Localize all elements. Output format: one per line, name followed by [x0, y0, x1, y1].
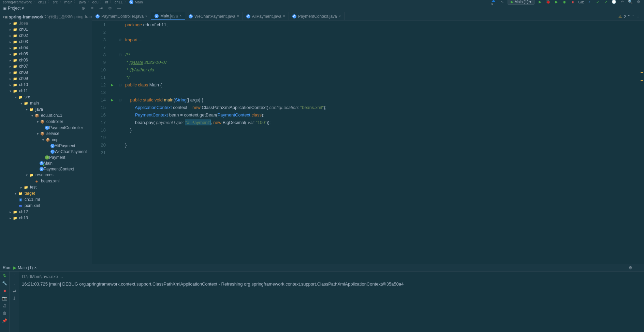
- chevron-up-icon[interactable]: ˄: [628, 14, 630, 19]
- settings-icon[interactable]: ⚙: [636, 0, 641, 5]
- tree-resources[interactable]: ▾📁resources: [0, 172, 92, 178]
- bc-seg[interactable]: nf: [105, 0, 108, 4]
- tree-main[interactable]: ▾📁main: [0, 100, 92, 106]
- bc-seg[interactable]: main: [64, 0, 73, 4]
- tree-pom-xml[interactable]: pom.xml: [0, 203, 92, 209]
- tree-ch02[interactable]: ▸📁ch02: [0, 32, 92, 39]
- tree-root[interactable]: ▾▣spring-framework D:\作业汇总\S5\spring-fra…: [0, 14, 92, 20]
- git-rollback-icon[interactable]: ↶: [619, 0, 625, 5]
- tree-ch11-iml[interactable]: ▣ch11.iml: [0, 196, 92, 203]
- chevron-down-icon[interactable]: ˅: [632, 14, 634, 19]
- git-update-icon[interactable]: ✓: [587, 0, 592, 5]
- camera-icon[interactable]: 📷: [2, 295, 8, 301]
- down-icon[interactable]: ↓: [12, 280, 17, 286]
- bc-seg[interactable]: ch11: [115, 0, 123, 4]
- bc-seg[interactable]: edu: [92, 0, 99, 4]
- code-text[interactable]: package edu.nf.ch11; import ... /** * @D…: [122, 20, 644, 264]
- tree-ch09[interactable]: ▸📁ch09: [0, 75, 92, 82]
- git-commit-icon[interactable]: ↙: [595, 0, 600, 5]
- tree-test[interactable]: ▸📁test: [0, 184, 92, 190]
- collapse-all-icon[interactable]: ⇥: [98, 5, 104, 11]
- tree-Payment[interactable]: I Payment: [0, 154, 92, 160]
- run-tab[interactable]: ▶ Main (1) ×: [11, 265, 39, 270]
- stop-run-icon[interactable]: ■: [2, 288, 8, 293]
- tree-src[interactable]: ▾📁src: [0, 94, 92, 100]
- search-everywhere-icon[interactable]: ↖: [499, 0, 505, 5]
- tree-controller[interactable]: ▾📦controller: [0, 119, 92, 125]
- tab-PaymentContext[interactable]: CPaymentContext.java×: [289, 12, 345, 20]
- git-history-icon[interactable]: 🕐: [611, 0, 617, 5]
- user-icon[interactable]: 👤▾: [491, 0, 497, 5]
- trash-icon[interactable]: 🗑: [2, 310, 8, 316]
- bc-seg[interactable]: Main: [135, 0, 143, 4]
- tab-WeChartPayment[interactable]: CWeChartPayment.java×: [185, 12, 243, 20]
- run-icon[interactable]: ▶: [537, 0, 543, 5]
- select-opened-icon[interactable]: ⊕: [80, 5, 86, 11]
- tree-PaymentController[interactable]: C PaymentController: [0, 125, 92, 130]
- warning-marker[interactable]: [641, 72, 643, 73]
- up-icon[interactable]: ↑: [12, 273, 17, 278]
- run-gutter-icon[interactable]: ▶: [111, 96, 118, 104]
- tree-AliPayment[interactable]: C AliPayment: [0, 143, 92, 149]
- tree-package[interactable]: ▾📦edu.nf.ch11: [0, 112, 92, 119]
- scroll-icon[interactable]: ⤓: [12, 295, 17, 301]
- git-push-icon[interactable]: ↗: [603, 0, 609, 5]
- debug-icon[interactable]: 🐞: [545, 0, 551, 5]
- tree-idea[interactable]: ▸📁.idea: [0, 20, 92, 26]
- tree-PaymentContext[interactable]: C PaymentContext: [0, 166, 92, 172]
- close-icon[interactable]: ×: [34, 265, 36, 270]
- more-icon[interactable]: ⋮: [636, 14, 640, 19]
- tree-ch07[interactable]: ▸📁ch07: [0, 63, 92, 69]
- tree-ch11[interactable]: ▾📁ch11: [0, 88, 92, 94]
- pin-icon[interactable]: 📌: [2, 318, 8, 323]
- bc-seg[interactable]: java: [79, 0, 86, 4]
- hide-icon[interactable]: —: [636, 265, 641, 271]
- close-icon[interactable]: ×: [339, 14, 341, 18]
- close-icon[interactable]: ×: [145, 14, 147, 18]
- code-editor[interactable]: 1 2 3 7 8 9 10 11 12 13 14 15 16 17 18 1…: [92, 20, 644, 264]
- tree-target[interactable]: ▸📁target: [0, 190, 92, 196]
- error-stripe[interactable]: [641, 31, 643, 264]
- close-icon[interactable]: ×: [283, 14, 285, 18]
- tree-WeChartPayment[interactable]: C WeChartPayment: [0, 149, 92, 154]
- tool-icon[interactable]: 🔧: [2, 280, 8, 286]
- tree-ch03[interactable]: ▸📁ch03: [0, 39, 92, 45]
- run-config-selector[interactable]: ▶ Main (1) ▾: [508, 0, 534, 5]
- tree-ch10[interactable]: ▸📁ch10: [0, 82, 92, 88]
- tree-ch13[interactable]: ▸📁ch13: [0, 215, 92, 221]
- run-gutter-icon[interactable]: ▶: [111, 81, 118, 89]
- tree-ch06[interactable]: ▸📁ch06: [0, 57, 92, 63]
- expand-all-icon[interactable]: ≡: [89, 5, 95, 11]
- tree-ch08[interactable]: ▸📁ch08: [0, 69, 92, 75]
- gear-icon[interactable]: ⚙: [628, 265, 633, 271]
- tree-java[interactable]: ▾📁java: [0, 106, 92, 112]
- tree-Main[interactable]: C▶ Main: [0, 160, 92, 166]
- tree-service[interactable]: ▾📦service: [0, 130, 92, 137]
- tab-AliPayment[interactable]: CAliPayment.java×: [243, 12, 289, 20]
- tab-PaymentController[interactable]: CPaymentController.java×: [92, 12, 151, 20]
- close-icon[interactable]: ×: [237, 14, 239, 18]
- tree-impl[interactable]: ▾📦impl: [0, 137, 92, 143]
- bc-seg[interactable]: spring-framework: [3, 0, 32, 4]
- bc-seg[interactable]: src: [53, 0, 58, 4]
- print-icon[interactable]: 🖨: [2, 303, 8, 308]
- tree-ch01[interactable]: ▸📁ch01: [0, 26, 92, 32]
- tree-ch12[interactable]: ▸📁ch12: [0, 209, 92, 215]
- rerun-icon[interactable]: ↻: [2, 273, 8, 278]
- settings-gear-icon[interactable]: ⚙: [107, 5, 113, 11]
- coverage-icon[interactable]: ▶: [554, 0, 559, 5]
- search-icon[interactable]: 🔍: [628, 0, 633, 5]
- tab-Main[interactable]: CMain.java×: [151, 12, 185, 20]
- close-icon[interactable]: ×: [179, 14, 181, 18]
- tree-ch04[interactable]: ▸📁ch04: [0, 45, 92, 51]
- project-tool-label[interactable]: ▣ Project ▾: [3, 6, 24, 11]
- wrap-icon[interactable]: ⇄: [12, 288, 17, 293]
- profile-icon[interactable]: ◉: [562, 0, 567, 5]
- warning-marker[interactable]: [641, 80, 643, 81]
- bc-seg[interactable]: ch11: [38, 0, 46, 4]
- editor-inspection[interactable]: ⚠2 ˄ ˅ ⋮: [618, 14, 640, 19]
- tree-beans-xml[interactable]: beans.xml: [0, 178, 92, 184]
- hide-icon[interactable]: —: [116, 5, 121, 11]
- tree-ch05[interactable]: ▸📁ch05: [0, 51, 92, 57]
- console-output[interactable]: D:\jdk\bin\java.exe ... 16:21:03.725 [ma…: [19, 272, 644, 332]
